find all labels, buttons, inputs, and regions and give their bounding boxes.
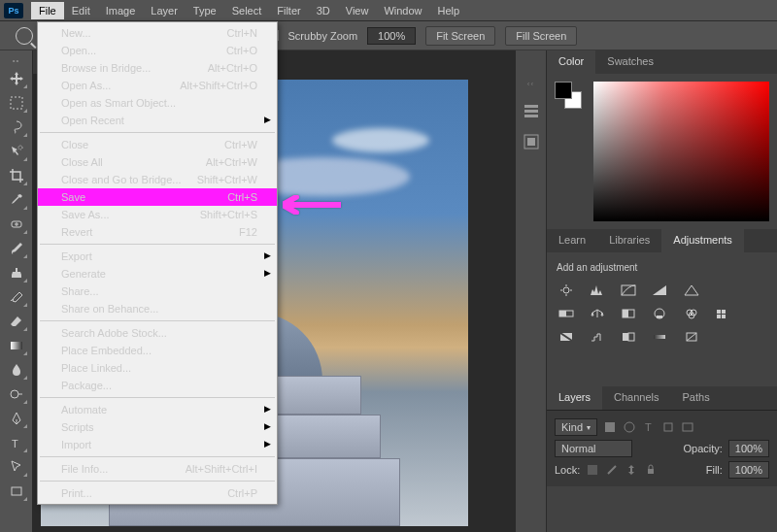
curves-icon[interactable] <box>619 283 638 298</box>
tab-adjustments[interactable]: Adjustments <box>661 229 744 252</box>
brightness-icon[interactable] <box>557 283 576 298</box>
blur-tool[interactable] <box>5 359 28 381</box>
tab-channels[interactable]: Channels <box>602 386 670 410</box>
eyedropper-tool[interactable] <box>5 189 28 211</box>
menu-select[interactable]: Select <box>224 2 270 19</box>
menuitem-revert[interactable]: RevertF12 <box>38 223 277 241</box>
menuitem-open-as[interactable]: Open As...Alt+Shift+Ctrl+O <box>38 77 277 94</box>
path-select-tool[interactable] <box>5 456 28 478</box>
menuitem-print[interactable]: Print...Ctrl+P <box>38 484 277 502</box>
vibrance-icon[interactable] <box>682 283 701 298</box>
filter-type-icon[interactable]: T <box>642 420 656 434</box>
menuitem-open-as-smart-object[interactable]: Open as Smart Object... <box>38 94 277 112</box>
color-balance-icon[interactable] <box>588 306 607 321</box>
eraser-tool[interactable] <box>5 311 28 332</box>
tab-learn[interactable]: Learn <box>547 229 597 252</box>
filter-adjust-icon[interactable] <box>623 420 636 434</box>
hue-sat-icon[interactable] <box>557 306 576 321</box>
menuitem-close[interactable]: CloseCtrl+W <box>38 136 277 153</box>
menu-file[interactable]: File <box>31 2 64 19</box>
levels-icon[interactable] <box>588 283 607 298</box>
tab-swatches[interactable]: Swatches <box>595 50 665 74</box>
menuitem-save[interactable]: SaveCtrl+S <box>38 188 277 206</box>
menuitem-search-adobe-stock[interactable]: Search Adobe Stock... <box>38 324 277 342</box>
rectangle-tool[interactable] <box>5 481 28 502</box>
color-spectrum[interactable] <box>593 82 769 221</box>
menuitem-close-all[interactable]: Close AllAlt+Ctrl+W <box>38 153 277 171</box>
selective-color-icon[interactable] <box>682 329 701 345</box>
menuitem-generate[interactable]: Generate▶ <box>38 265 277 283</box>
svg-rect-8 <box>524 110 538 113</box>
filter-pixel-icon[interactable] <box>603 420 617 434</box>
toolbar-grip[interactable]: •• <box>13 56 20 65</box>
menuitem-export[interactable]: Export▶ <box>38 248 277 265</box>
menuitem-close-and-go-to-bridge[interactable]: Close and Go to Bridge...Shift+Ctrl+W <box>38 171 277 188</box>
layer-filter-kind[interactable]: Kind ▾ <box>555 418 597 436</box>
invert-icon[interactable] <box>557 329 576 345</box>
filter-smart-icon[interactable] <box>681 420 694 434</box>
menuitem-save-as[interactable]: Save As...Shift+Ctrl+S <box>38 206 277 223</box>
lock-transparent-icon[interactable] <box>586 463 599 477</box>
menu-image[interactable]: Image <box>98 2 144 19</box>
type-tool[interactable]: T <box>5 432 28 453</box>
lock-position-icon[interactable] <box>625 463 638 477</box>
tab-libraries[interactable]: Libraries <box>597 229 661 252</box>
photo-filter-icon[interactable] <box>650 306 669 321</box>
menuitem-browse-in-bridge[interactable]: Browse in Bridge...Alt+Ctrl+O <box>38 59 277 77</box>
filter-shape-icon[interactable] <box>661 420 675 434</box>
tab-color[interactable]: Color <box>547 50 595 74</box>
channel-mixer-icon[interactable] <box>682 306 701 321</box>
fg-bg-color[interactable] <box>555 82 582 109</box>
menuitem-place-linked[interactable]: Place Linked... <box>38 359 277 377</box>
menuitem-automate[interactable]: Automate▶ <box>38 401 277 418</box>
menu-window[interactable]: Window <box>376 2 429 19</box>
menuitem-import[interactable]: Import▶ <box>38 436 277 453</box>
menu-layer[interactable]: Layer <box>143 2 186 19</box>
crop-tool[interactable] <box>5 165 28 186</box>
posterize-icon[interactable] <box>588 329 607 345</box>
svg-rect-33 <box>628 333 634 341</box>
history-brush-tool[interactable] <box>5 286 28 308</box>
menu-help[interactable]: Help <box>430 2 468 19</box>
gradient-map-icon[interactable] <box>650 329 669 345</box>
lock-pixels-icon[interactable] <box>605 463 619 477</box>
opacity-field[interactable]: 100% <box>728 440 769 457</box>
exposure-icon[interactable] <box>650 283 669 298</box>
menuitem-share-on-behance[interactable]: Share on Behance... <box>38 300 277 317</box>
brush-tool[interactable] <box>5 238 28 259</box>
zoom-percent[interactable]: 100% <box>367 27 416 45</box>
clone-stamp-tool[interactable] <box>5 262 28 283</box>
menuitem-place-embedded[interactable]: Place Embedded... <box>38 342 277 359</box>
menuitem-new[interactable]: New...Ctrl+N <box>38 24 277 42</box>
fit-screen-button[interactable]: Fit Screen <box>425 26 495 46</box>
tab-layers[interactable]: Layers <box>547 386 602 410</box>
menu-3d[interactable]: 3D <box>309 2 338 19</box>
menu-filter[interactable]: Filter <box>269 2 308 19</box>
quick-select-tool[interactable] <box>5 141 28 162</box>
healing-brush-tool[interactable] <box>5 214 28 235</box>
tab-paths[interactable]: Paths <box>671 386 722 410</box>
dodge-tool[interactable] <box>5 383 28 405</box>
lock-all-icon[interactable] <box>644 463 658 477</box>
marquee-tool[interactable] <box>5 92 28 114</box>
menuitem-scripts[interactable]: Scripts▶ <box>38 418 277 436</box>
menuitem-share[interactable]: Share... <box>38 283 277 300</box>
menu-edit[interactable]: Edit <box>64 2 98 19</box>
menuitem-open[interactable]: Open...Ctrl+O <box>38 42 277 59</box>
gradient-tool[interactable] <box>5 335 28 356</box>
blend-mode-dropdown[interactable]: Normal <box>555 440 632 457</box>
pen-tool[interactable] <box>5 408 28 429</box>
threshold-icon[interactable] <box>619 329 638 345</box>
menu-type[interactable]: Type <box>186 2 224 19</box>
menuitem-file-info[interactable]: File Info...Alt+Shift+Ctrl+I <box>38 460 277 478</box>
lasso-tool[interactable] <box>5 116 28 138</box>
history-panel-icon[interactable] <box>523 102 540 119</box>
fill-screen-button[interactable]: Fill Screen <box>505 26 577 46</box>
bw-icon[interactable] <box>619 306 638 321</box>
color-lookup-icon[interactable] <box>713 306 732 321</box>
move-tool[interactable] <box>5 68 28 89</box>
menu-view[interactable]: View <box>338 2 377 19</box>
fill-field[interactable]: 100% <box>728 461 769 479</box>
menuitem-open-recent[interactable]: Open Recent▶ <box>38 112 277 129</box>
properties-panel-icon[interactable] <box>523 133 540 150</box>
